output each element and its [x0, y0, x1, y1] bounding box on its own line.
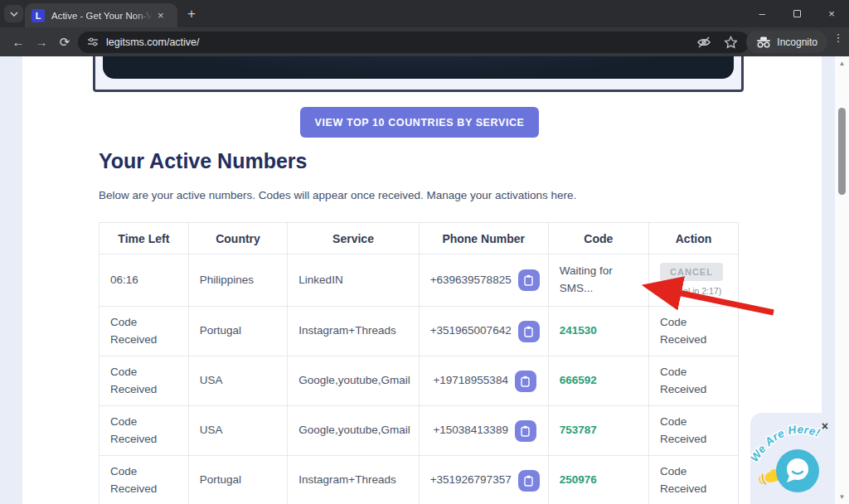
column-header: Service [288, 223, 419, 254]
column-header: Country [188, 223, 288, 254]
page-subtitle: Below are your active numbers. Codes wil… [99, 189, 576, 201]
cell-country: Portugal [188, 307, 288, 356]
table-row: Code ReceivedPortugalInstagram+Threads+3… [99, 456, 739, 504]
copy-clipboard-icon [523, 326, 534, 337]
restore-icon [793, 10, 801, 17]
cell-service: Google,youtube,Gmail [288, 356, 419, 406]
forward-button[interactable]: → [30, 35, 53, 49]
tab-close-icon[interactable]: × [158, 10, 164, 21]
browser-window: L Active - Get Your Non-VoIP Num × + – ×… [0, 0, 849, 504]
close-button[interactable]: × [814, 0, 849, 27]
phone-number-text: +351926797357 [430, 472, 512, 489]
copy-phone-button[interactable] [518, 269, 540, 291]
copy-clipboard-icon [520, 376, 531, 387]
scroll-up-arrow[interactable]: ▲ [835, 60, 849, 67]
cell-time-left: 06:16 [99, 254, 189, 307]
column-header: Action [649, 223, 739, 254]
cell-time-left: Code Received [99, 456, 189, 504]
chat-bubble-icon [776, 449, 819, 492]
cell-time-left: Code Received [99, 406, 189, 456]
cell-country: Philippines [188, 254, 288, 307]
cell-service: Google,youtube,Gmail [288, 406, 419, 456]
cell-action: CANCEL(Cancel in 2:17) [649, 254, 739, 307]
cell-time-left: Code Received [99, 356, 189, 406]
cell-time-left: Code Received [99, 307, 189, 356]
copy-phone-button[interactable] [515, 420, 536, 442]
copy-clipboard-icon [520, 425, 531, 437]
cell-service: Instagram+Threads [288, 307, 419, 356]
omnibox-actions [696, 36, 741, 49]
back-button[interactable]: ← [7, 35, 30, 49]
cancel-activation-button[interactable]: CANCEL [660, 263, 723, 281]
tab-strip: L Active - Get Your Non-VoIP Num × + – × [0, 0, 849, 27]
column-header: Code [548, 223, 648, 254]
bookmark-star-icon[interactable] [724, 36, 738, 49]
table-row: Code ReceivedUSAGoogle,youtube,Gmail+150… [99, 406, 739, 456]
phone-number-text: +19718955384 [433, 372, 507, 390]
cell-service: LinkedIN [288, 254, 419, 307]
chevron-down-icon [10, 12, 18, 17]
browser-menu-button[interactable]: ⋮ [832, 36, 844, 40]
cell-code: Waiting for SMS... [548, 254, 648, 307]
cell-code: 753787 [548, 406, 648, 456]
site-favicon: L [32, 9, 45, 22]
url-text[interactable]: legitsms.com/active/ [106, 36, 696, 48]
active-numbers-tbody: 06:16PhilippinesLinkedIN+639639578825 Wa… [99, 254, 739, 504]
table-header-row: Time LeftCountryServicePhone NumberCodeA… [99, 223, 739, 254]
chat-widget[interactable]: × We Are Here! [750, 413, 835, 504]
tab-search-button[interactable] [4, 5, 23, 22]
cell-phone-number: +15038413389 [419, 406, 548, 456]
phone-number-text: +639639578825 [430, 272, 512, 289]
active-numbers-table: Time LeftCountryServicePhone NumberCodeA… [99, 222, 739, 504]
cell-service: Instagram+Threads [288, 456, 419, 504]
cell-country: USA [188, 406, 288, 456]
cell-country: USA [188, 356, 288, 406]
phone-number-text: +351965007642 [430, 322, 512, 340]
cell-phone-number: +19718955384 [419, 356, 548, 406]
cell-country: Portugal [188, 456, 288, 504]
browser-chrome: L Active - Get Your Non-VoIP Num × + – ×… [0, 0, 849, 56]
view-top-countries-button[interactable]: VIEW TOP 10 COUNTRIES BY SERVICE [300, 107, 539, 138]
chat-launcher-illustration[interactable]: We Are Here! [750, 421, 835, 504]
scroll-down-arrow[interactable]: ▼ [835, 493, 849, 501]
copy-clipboard-icon [523, 274, 534, 286]
table-row: 06:16PhilippinesLinkedIN+639639578825 Wa… [99, 254, 739, 307]
reload-button[interactable]: ⟳ [53, 35, 76, 50]
window-controls: – × [745, 0, 849, 27]
copy-phone-button[interactable] [518, 321, 540, 342]
minimize-button[interactable]: – [745, 0, 779, 27]
cancel-countdown-note: (Cancel in 2:17) [660, 284, 730, 298]
new-tab-button[interactable]: + [187, 6, 196, 22]
browser-tab-active[interactable]: L Active - Get Your Non-VoIP Num × [25, 3, 177, 27]
cell-phone-number: +351926797357 [419, 456, 548, 504]
copy-clipboard-icon [523, 475, 534, 487]
incognito-badge: Incognito [746, 31, 827, 53]
cell-action: Code Received [649, 307, 739, 356]
vertical-scrollbar[interactable]: ▲ ▼ [835, 56, 849, 504]
tab-title: Active - Get Your Non-VoIP Num [51, 11, 153, 21]
cell-action: Code Received [649, 456, 739, 504]
restore-button[interactable] [779, 0, 814, 27]
device-screen [103, 56, 734, 79]
cell-action: Code Received [649, 356, 739, 406]
eye-off-icon[interactable] [696, 36, 712, 49]
device-illustration-frame [93, 56, 744, 92]
page-viewport: VIEW TOP 10 COUNTRIES BY SERVICE Your Ac… [0, 56, 849, 504]
cell-code: 666592 [548, 356, 648, 406]
incognito-label: Incognito [777, 36, 817, 48]
copy-phone-button[interactable] [518, 470, 540, 492]
address-bar[interactable]: legitsms.com/active/ [78, 32, 750, 53]
column-header: Time Left [99, 223, 189, 254]
cell-code: 241530 [548, 307, 648, 356]
table-row: Code ReceivedUSAGoogle,youtube,Gmail+197… [99, 356, 739, 406]
cell-phone-number: +351965007642 [419, 307, 548, 356]
scrollbar-thumb[interactable] [838, 108, 846, 195]
column-header: Phone Number [419, 223, 548, 254]
cell-phone-number: +639639578825 [419, 254, 548, 307]
table-row: Code ReceivedPortugalInstagram+Threads+3… [99, 307, 739, 356]
site-info-icon[interactable] [86, 36, 99, 49]
cell-action: Code Received [649, 406, 739, 456]
copy-phone-button[interactable] [515, 371, 536, 392]
phone-number-text: +15038413389 [433, 422, 507, 439]
page-title: Your Active Numbers [99, 149, 307, 173]
